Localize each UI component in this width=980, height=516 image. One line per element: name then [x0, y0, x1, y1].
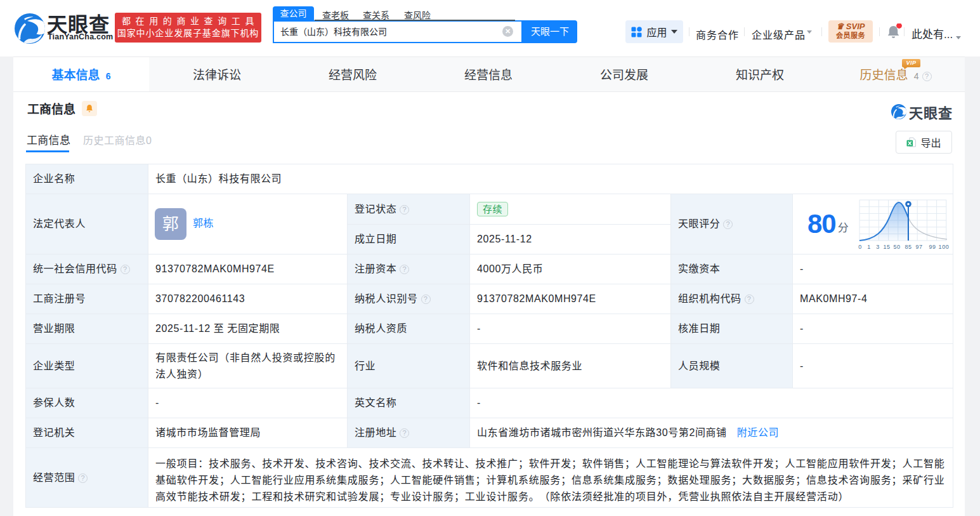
- svg-text:97: 97: [916, 244, 923, 250]
- svg-text:0: 0: [859, 244, 863, 250]
- svg-text:99: 99: [929, 244, 936, 250]
- svg-text:1: 1: [868, 244, 872, 250]
- svg-text:3: 3: [877, 244, 880, 250]
- svg-text:15: 15: [884, 244, 891, 250]
- svg-text:50: 50: [894, 244, 901, 250]
- svg-text:85: 85: [905, 244, 912, 250]
- svg-text:100: 100: [939, 244, 950, 250]
